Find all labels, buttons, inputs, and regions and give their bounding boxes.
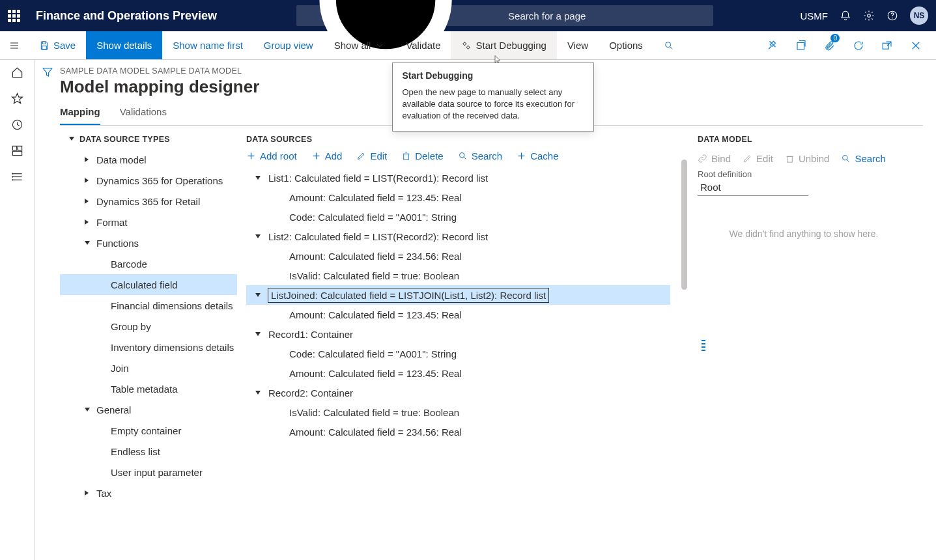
show-name-first-button[interactable]: Show name first: [162, 31, 253, 59]
expand-caret-icon[interactable]: [85, 156, 91, 163]
filter-icon[interactable]: [35, 66, 60, 80]
edit-button[interactable]: Edit: [356, 150, 387, 161]
tree-item[interactable]: Functions: [60, 232, 237, 253]
expand-caret-icon[interactable]: [85, 198, 91, 205]
user-avatar[interactable]: NS: [910, 7, 928, 25]
tree-item[interactable]: Join: [60, 357, 237, 378]
expand-caret-icon[interactable]: [85, 490, 91, 497]
company-label[interactable]: USMF: [801, 10, 829, 21]
app-launcher-icon[interactable]: [8, 10, 20, 22]
notifications-icon[interactable]: [840, 10, 851, 21]
start-debugging-button[interactable]: Start Debugging Start Debugging Open the…: [451, 31, 556, 59]
expand-caret-icon[interactable]: [85, 219, 91, 226]
data-source-row[interactable]: Code: Calculated field = "A001": String: [246, 344, 670, 363]
delete-button[interactable]: Delete: [401, 150, 443, 161]
data-source-row[interactable]: IsValid: Calculated field = true: Boolea…: [246, 266, 670, 285]
tab-mapping[interactable]: Mapping: [60, 106, 100, 125]
tree-item[interactable]: Dynamics 365 for Operations: [60, 170, 237, 191]
panel-resize-handle[interactable]: [702, 340, 705, 354]
group-view-button[interactable]: Group view: [253, 31, 324, 59]
expand-caret-icon[interactable]: [255, 175, 262, 182]
show-details-button[interactable]: Show details: [86, 31, 162, 59]
tree-item[interactable]: Tax: [60, 483, 237, 503]
options-menu[interactable]: Options: [599, 31, 653, 59]
tree-item[interactable]: Financial dimensions details: [60, 295, 237, 316]
nav-rail: [0, 60, 35, 560]
tree-item[interactable]: Data model: [60, 149, 237, 170]
tab-validations[interactable]: Validations: [120, 106, 167, 125]
expand-caret-icon[interactable]: [255, 292, 262, 299]
hamburger-button[interactable]: [0, 31, 29, 59]
data-source-types-title[interactable]: DATA SOURCE TYPES: [69, 135, 237, 144]
svg-point-2: [868, 14, 871, 18]
global-search[interactable]: [296, 5, 713, 26]
data-source-row[interactable]: Record1: Container: [246, 324, 670, 344]
tree-item[interactable]: Endless list: [60, 441, 237, 462]
data-source-label: IsValid: Calculated field = true: Boolea…: [289, 270, 459, 281]
show-all-dropdown[interactable]: Show all: [324, 31, 396, 59]
tree-item[interactable]: Dynamics 365 for Retail: [60, 191, 237, 212]
data-source-row[interactable]: List2: Calculated field = LIST(Record2):…: [246, 227, 670, 246]
nav-home-icon[interactable]: [11, 66, 23, 81]
empty-message: We didn't find anything to show here.: [698, 229, 910, 239]
settings-icon[interactable]: [863, 10, 875, 21]
open-new-icon[interactable]: [873, 31, 901, 59]
scrollbar-thumb[interactable]: [681, 160, 687, 290]
attachments-icon[interactable]: 0: [816, 31, 844, 59]
help-icon[interactable]: [886, 10, 898, 21]
nav-modules-icon[interactable]: [11, 171, 23, 185]
expand-caret-icon[interactable]: [85, 177, 91, 184]
nav-favorites-icon[interactable]: [11, 92, 23, 107]
close-icon[interactable]: [902, 31, 929, 59]
data-source-row[interactable]: Amount: Calculated field = 123.45: Real: [246, 305, 670, 324]
data-source-row[interactable]: Amount: Calculated field = 234.56: Real: [246, 246, 670, 266]
tree-item[interactable]: General: [60, 399, 237, 420]
expand-caret-icon[interactable]: [255, 331, 262, 338]
tree-item[interactable]: Calculated field: [60, 274, 237, 295]
data-source-row[interactable]: Amount: Calculated field = 234.56: Real: [246, 422, 670, 441]
dm-edit-button: Edit: [743, 153, 773, 164]
svg-line-45: [847, 160, 849, 161]
tree-item[interactable]: Group by: [60, 316, 237, 337]
view-menu[interactable]: View: [557, 31, 599, 59]
nav-workspaces-icon[interactable]: [11, 145, 23, 159]
save-button[interactable]: Save: [29, 31, 86, 59]
nav-recent-icon[interactable]: [11, 119, 23, 133]
validate-button[interactable]: Validate: [395, 31, 451, 59]
add-button[interactable]: Add: [311, 150, 343, 161]
svg-point-27: [12, 173, 14, 175]
refresh-icon[interactable]: [845, 31, 872, 59]
tree-item[interactable]: Barcode: [60, 253, 237, 274]
svg-point-29: [12, 179, 14, 180]
data-source-label: Amount: Calculated field = 123.45: Real: [289, 368, 462, 379]
popout-icon[interactable]: [787, 31, 815, 59]
tree-item[interactable]: Table metadata: [60, 378, 237, 399]
data-source-row[interactable]: Code: Calculated field = "A001": String: [246, 207, 670, 227]
add-root-button[interactable]: Add root: [246, 150, 297, 161]
expand-caret-icon[interactable]: [255, 233, 262, 240]
attachments-badge: 0: [830, 34, 840, 42]
data-source-row[interactable]: Amount: Calculated field = 123.45: Real: [246, 363, 670, 383]
root-definition-value[interactable]: Root: [698, 179, 808, 196]
tree-item[interactable]: Empty container: [60, 420, 237, 441]
action-search-button[interactable]: [653, 31, 685, 59]
tree-item-label: General: [96, 404, 131, 415]
data-source-row[interactable]: IsValid: Calculated field = true: Boolea…: [246, 402, 670, 422]
tree-item[interactable]: User input parameter: [60, 462, 237, 483]
cache-button[interactable]: Cache: [517, 150, 558, 161]
tree-item[interactable]: Format: [60, 212, 237, 232]
dm-search-button[interactable]: Search: [841, 153, 886, 164]
data-source-row[interactable]: List1: Calculated field = LIST(Record1):…: [246, 168, 670, 188]
data-source-row[interactable]: ListJoined: Calculated field = LISTJOIN(…: [246, 285, 670, 305]
expand-caret-icon[interactable]: [85, 240, 91, 247]
save-label: Save: [53, 40, 76, 51]
global-search-input[interactable]: [507, 10, 707, 22]
tree-item[interactable]: Inventory dimensions details: [60, 337, 237, 357]
pin-icon[interactable]: [759, 31, 786, 59]
data-source-row[interactable]: Record2: Container: [246, 383, 670, 402]
expand-caret-icon[interactable]: [255, 389, 262, 397]
data-source-row[interactable]: Amount: Calculated field = 123.45: Real: [246, 188, 670, 207]
expand-caret-icon[interactable]: [85, 406, 91, 413]
ds-search-button[interactable]: Search: [458, 150, 503, 161]
action-bar-right: 0: [759, 31, 936, 59]
